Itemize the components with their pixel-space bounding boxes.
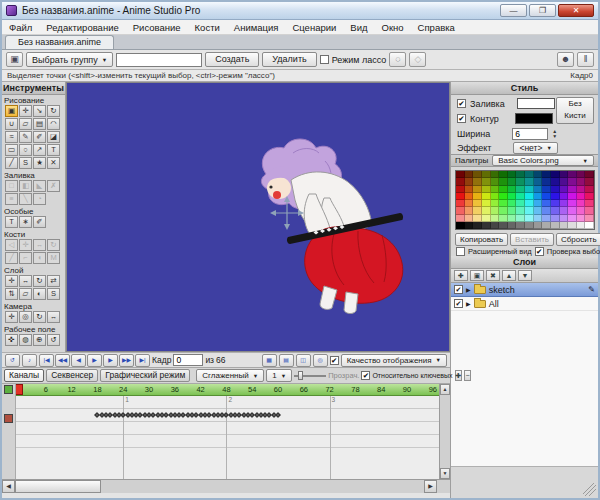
opacity-slider[interactable] xyxy=(294,371,326,380)
palette-swatch[interactable] xyxy=(516,222,525,229)
menu-Анимация[interactable]: Анимация xyxy=(227,20,286,35)
eraser-tool-icon[interactable]: ◪ xyxy=(47,131,60,143)
current-frame-input[interactable] xyxy=(173,354,203,366)
text-tool-icon[interactable]: T xyxy=(47,144,60,156)
palette-swatch[interactable] xyxy=(456,200,465,207)
close-button[interactable]: ✕ xyxy=(558,4,594,17)
palette-swatch[interactable] xyxy=(508,222,517,229)
palette-swatch[interactable] xyxy=(465,207,474,214)
palette-swatch[interactable] xyxy=(491,178,500,185)
play-button[interactable]: ▶ xyxy=(87,354,102,367)
lasso-mode-checkbox[interactable] xyxy=(320,55,329,64)
follow-path-tool-icon[interactable]: S xyxy=(47,288,60,300)
title-bar[interactable]: Без названия.anime - Anime Studio Pro — … xyxy=(2,2,598,20)
show-grid-icon[interactable]: ▤ xyxy=(279,354,294,367)
palette-swatch[interactable] xyxy=(585,222,594,229)
safe-zone-icon[interactable]: ◎ xyxy=(313,354,328,367)
select-bone-tool-icon[interactable]: ◁ xyxy=(5,239,18,251)
new-layer-icon[interactable]: ✚ xyxy=(454,270,468,281)
pan-view-tool-icon[interactable]: ✜ xyxy=(5,334,18,346)
next-keyframe-button[interactable]: ▶▶ xyxy=(119,354,134,367)
timeline-scale-dropdown[interactable]: 1 ▼ xyxy=(266,369,292,382)
palette-swatch[interactable] xyxy=(542,178,551,185)
add-point-tool-icon[interactable]: ✎ xyxy=(19,131,32,143)
menu-Окно[interactable]: Окно xyxy=(375,20,411,35)
menu-Файл[interactable]: Файл xyxy=(2,20,39,35)
palette-swatch[interactable] xyxy=(551,207,560,214)
palette-swatch[interactable] xyxy=(542,207,551,214)
scroll-down-icon[interactable]: ▼ xyxy=(440,468,450,479)
timeline-ruler[interactable]: 6121824303642485460667278849096 xyxy=(2,384,439,396)
rotate-layer-y-tool-icon[interactable]: ◐ xyxy=(33,288,46,300)
palette-swatch[interactable] xyxy=(525,207,534,214)
timeline-tracks[interactable]: 123 xyxy=(2,396,439,479)
scale-points-tool-icon[interactable]: ↘ xyxy=(33,105,46,117)
palette-swatch[interactable] xyxy=(499,215,508,222)
palette-swatch[interactable] xyxy=(456,193,465,200)
shear-points-tool-icon[interactable]: ▱ xyxy=(19,118,32,130)
oval-tool-icon[interactable]: ○ xyxy=(19,144,32,156)
library-icon[interactable]: ‖ xyxy=(577,52,594,67)
palette-swatch[interactable] xyxy=(465,186,474,193)
onion-skin-icon[interactable]: ▦ xyxy=(262,354,277,367)
palette-swatch[interactable] xyxy=(473,200,482,207)
noise-tool-icon[interactable]: ≈ xyxy=(5,131,18,143)
rotate-bone-tool-icon[interactable]: ↻ xyxy=(47,239,60,251)
arrow-tool-icon[interactable]: ↗ xyxy=(33,144,46,156)
palette-swatch[interactable] xyxy=(568,186,577,193)
palette-swatch[interactable] xyxy=(516,200,525,207)
palette-swatch[interactable] xyxy=(525,193,534,200)
sketch-channel-icon[interactable] xyxy=(4,414,13,423)
loop-playback-icon[interactable]: ↺ xyxy=(5,354,20,367)
palette-swatch[interactable] xyxy=(465,193,474,200)
palette-swatch[interactable] xyxy=(551,222,560,229)
palette-swatch[interactable] xyxy=(482,215,491,222)
bone-strength-tool-icon[interactable]: ◖ xyxy=(33,252,46,264)
layer-visibility-checkbox[interactable]: ✔ xyxy=(454,285,463,294)
palette-swatch[interactable] xyxy=(491,207,500,214)
palette-swatch[interactable] xyxy=(534,215,543,222)
palette-swatch[interactable] xyxy=(534,193,543,200)
palette-swatch[interactable] xyxy=(499,193,508,200)
menu-Вид[interactable]: Вид xyxy=(343,20,374,35)
palette-swatch[interactable] xyxy=(456,215,465,222)
palette-swatch[interactable] xyxy=(568,215,577,222)
palette-swatch[interactable] xyxy=(508,207,517,214)
maximize-button[interactable]: ❐ xyxy=(529,4,556,17)
palette-file-dropdown[interactable]: Basic Colors.png ▼ xyxy=(492,155,594,166)
palette-swatch[interactable] xyxy=(577,215,586,222)
minimize-button[interactable]: — xyxy=(500,4,527,17)
palette-swatch[interactable] xyxy=(551,193,560,200)
rectangle-tool-icon[interactable]: ▭ xyxy=(5,144,18,156)
sound-toggle-icon[interactable]: ♪ xyxy=(22,354,37,367)
stroke-exposure-tool-icon[interactable]: ◔ xyxy=(33,193,46,205)
palette-swatch[interactable] xyxy=(525,171,534,178)
user-profile-icon[interactable]: ☻ xyxy=(557,52,574,67)
palette-swatch[interactable] xyxy=(465,200,474,207)
scale-layer-tool-icon[interactable]: ↔ xyxy=(19,275,32,287)
no-brush-button[interactable]: Без Кисти xyxy=(556,97,594,124)
advanced-view-checkbox[interactable] xyxy=(456,247,465,256)
palette-swatch[interactable] xyxy=(577,178,586,185)
timeline-horizontal-scrollbar[interactable]: ◀ ▶ xyxy=(2,479,450,493)
reset-style-button[interactable]: Сбросить xyxy=(556,233,600,246)
canvas[interactable] xyxy=(66,82,450,352)
palette-swatch[interactable] xyxy=(577,193,586,200)
palette-swatch[interactable] xyxy=(551,215,560,222)
palette-swatch[interactable] xyxy=(516,178,525,185)
timeline-tab-Каналы[interactable]: Каналы xyxy=(4,369,44,382)
document-tab[interactable]: Без названия.anime xyxy=(5,35,114,49)
effect-dropdown[interactable]: <нет> ▼ xyxy=(513,142,557,154)
palette-swatch[interactable] xyxy=(456,186,465,193)
palette-swatch[interactable] xyxy=(516,207,525,214)
scale-bone-tool-icon[interactable]: ↔ xyxy=(33,239,46,251)
palette-swatch[interactable] xyxy=(525,178,534,185)
add-bone-tool-icon[interactable]: ╱ xyxy=(5,252,18,264)
relative-keys-checkbox[interactable]: ✔ xyxy=(361,371,370,380)
palette-swatch[interactable] xyxy=(577,186,586,193)
go-to-end-button[interactable]: ▶| xyxy=(135,354,150,367)
step-forward-button[interactable]: ▶ xyxy=(103,354,118,367)
curve-tool-icon[interactable]: S xyxy=(19,157,32,169)
palette-swatch[interactable] xyxy=(491,215,500,222)
timeline-playhead[interactable] xyxy=(15,384,23,395)
